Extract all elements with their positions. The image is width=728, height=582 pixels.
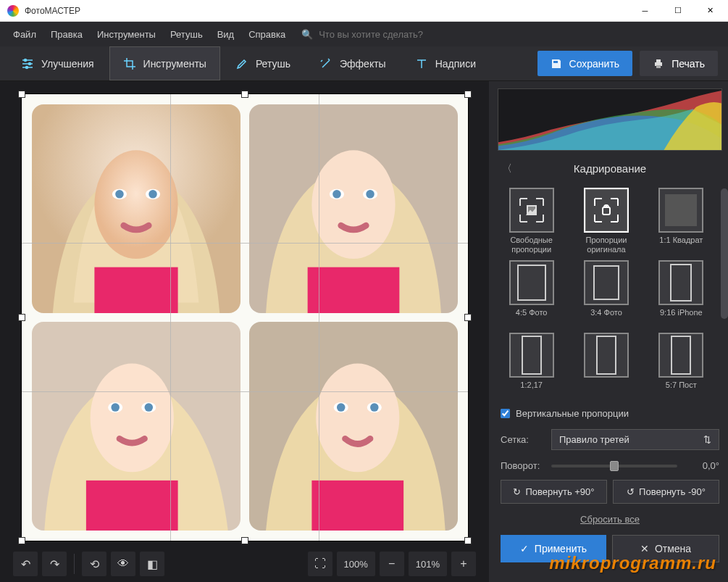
tab-label: Ретушь — [256, 58, 290, 70]
rotate-minus90-button[interactable]: ↺ Повернуть -90° — [613, 480, 719, 504]
grid-select-value: Правило третей — [559, 434, 629, 445]
close-button[interactable]: ✕ — [694, 0, 727, 22]
redo-button[interactable]: ↷ — [42, 552, 67, 576]
svg-rect-22 — [307, 267, 399, 312]
crop-handle-ml[interactable] — [18, 314, 25, 321]
sidebar-scrollbar[interactable] — [721, 188, 728, 524]
crop-presets-grid: Свободные пропорции Пропорции оригинала … — [498, 186, 722, 399]
print-button[interactable]: Печать — [640, 51, 718, 76]
save-icon — [551, 58, 562, 70]
preset-label: 4:5 Фото — [516, 308, 548, 327]
menu-help[interactable]: Справка — [243, 26, 291, 43]
grid-label: Сетка: — [501, 434, 544, 445]
preset-1-2-17[interactable]: 1:2,17 — [499, 333, 564, 399]
preset-5-7[interactable]: 5:7 Пост — [649, 333, 714, 399]
tab-captions[interactable]: Надписи — [401, 46, 490, 80]
compare-button[interactable]: ◧ — [140, 552, 164, 576]
undo-button[interactable]: ↶ — [13, 552, 38, 576]
save-button[interactable]: Сохранить — [537, 51, 633, 76]
svg-point-21 — [366, 190, 375, 199]
crop-handle-tm[interactable] — [241, 91, 248, 98]
panel-header: 〈 Кадрирование — [498, 158, 722, 179]
crop-handle-tr[interactable] — [464, 91, 472, 98]
tab-retouch[interactable]: Ретушь — [222, 46, 304, 80]
panel-back-button[interactable]: 〈 — [502, 162, 512, 175]
fit-percent[interactable]: 100% — [337, 552, 375, 576]
check-icon: ✓ — [520, 543, 529, 554]
zoom-out-button[interactable]: − — [380, 552, 404, 576]
brush-icon — [235, 57, 248, 70]
histogram — [498, 88, 722, 151]
scrollbar-thumb[interactable] — [721, 188, 728, 319]
x-icon: ✕ — [640, 543, 649, 554]
menu-retouch[interactable]: Ретушь — [164, 26, 209, 43]
tab-label: Эффекты — [340, 58, 386, 70]
svg-rect-36 — [311, 480, 403, 530]
preset-label: Пропорции оригинала — [574, 236, 638, 254]
preset-label: 1:2,17 — [520, 381, 543, 399]
rotate-plus-label: Повернуть +90° — [525, 486, 594, 497]
svg-rect-29 — [85, 480, 177, 530]
main-toolbar: Улучшения Инструменты Ретушь Эффекты Над… — [0, 46, 728, 81]
slider-knob[interactable] — [610, 461, 619, 471]
tab-label: Улучшения — [41, 58, 94, 70]
cancel-label: Отмена — [655, 543, 691, 554]
rotate-value: 0,0° — [685, 460, 719, 471]
vertical-proportions-checkbox[interactable] — [501, 409, 510, 418]
svg-point-28 — [144, 403, 153, 412]
minimize-button[interactable]: ─ — [629, 0, 661, 22]
svg-rect-15 — [94, 267, 177, 312]
grid-select[interactable]: Правило третей ⇅ — [551, 429, 719, 450]
rotate-minus-label: Повернуть -90° — [639, 486, 706, 497]
window-titlebar: ФотоМАСТЕР ─ ☐ ✕ — [0, 0, 728, 22]
tab-effects[interactable]: Эффекты — [306, 46, 400, 80]
preset-4-5[interactable]: 4:5 Фото — [499, 260, 564, 327]
zoom-in-button[interactable]: + — [451, 552, 476, 576]
crop-handle-bm[interactable] — [241, 537, 248, 544]
menu-file[interactable]: Файл — [7, 26, 42, 43]
crop-handle-mr[interactable] — [464, 314, 472, 321]
history-button[interactable]: ⟲ — [82, 552, 106, 576]
save-label: Сохранить — [569, 58, 620, 70]
tab-label: Надписи — [435, 58, 476, 70]
menu-tools[interactable]: Инструменты — [91, 26, 162, 43]
crop-handle-br[interactable] — [464, 537, 472, 544]
tab-tools[interactable]: Инструменты — [109, 46, 220, 80]
apply-button[interactable]: ✓ Применить — [501, 535, 606, 562]
menu-view[interactable]: Вид — [212, 26, 240, 43]
menu-edit[interactable]: Правка — [45, 26, 88, 43]
svg-point-34 — [336, 403, 345, 412]
rotate-label: Поворот: — [501, 460, 544, 471]
maximize-button[interactable]: ☐ — [661, 0, 694, 22]
svg-point-20 — [332, 190, 341, 199]
preset-extra-1[interactable] — [574, 333, 638, 399]
image-canvas[interactable] — [21, 93, 469, 541]
tab-enhancements[interactable]: Улучшения — [7, 46, 108, 80]
preset-free[interactable]: Свободные пропорции — [499, 188, 564, 254]
cancel-button[interactable]: ✕ Отмена — [612, 535, 719, 562]
right-sidebar: 〈 Кадрирование Свободные пропорции Пропо… — [489, 81, 728, 582]
svg-point-35 — [370, 403, 379, 412]
reset-all-link[interactable]: Сбросить все — [498, 511, 722, 528]
tab-label: Инструменты — [143, 58, 206, 70]
search-input[interactable] — [319, 29, 464, 40]
preset-3-4[interactable]: 3:4 Фото — [574, 260, 638, 327]
preview-toggle-button[interactable]: 👁 — [111, 552, 135, 576]
preset-original[interactable]: Пропорции оригинала — [574, 188, 638, 254]
preset-9-16[interactable]: 9:16 iPhone — [649, 260, 714, 327]
rotate-ccw-icon: ↺ — [627, 486, 635, 497]
crop-handle-bl[interactable] — [18, 537, 25, 544]
panel-title-text: Кадрирование — [574, 162, 646, 175]
text-icon — [415, 57, 428, 70]
wand-icon — [319, 57, 332, 70]
crop-icon — [123, 57, 136, 70]
rotate-plus90-button[interactable]: ↻ Повернуть +90° — [501, 480, 607, 504]
zoom-percent[interactable]: 101% — [409, 552, 447, 576]
rotate-slider[interactable] — [551, 465, 677, 467]
crop-handle-tl[interactable] — [18, 91, 25, 98]
canvas-bottom-bar: ↶ ↷ ⟲ 👁 ◧ ⛶ 100% − 101% + — [6, 546, 483, 582]
menu-bar: Файл Правка Инструменты Ретушь Вид Справ… — [0, 22, 728, 46]
search-icon: 🔍 — [301, 29, 313, 40]
fit-screen-button[interactable]: ⛶ — [308, 552, 332, 576]
preset-square[interactable]: 1:1 Квадрат — [649, 188, 714, 254]
